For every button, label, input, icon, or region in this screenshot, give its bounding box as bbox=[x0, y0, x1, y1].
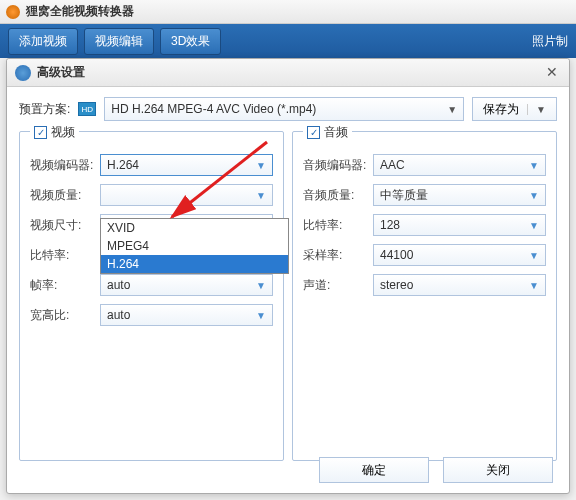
app-title: 狸窝全能视频转换器 bbox=[26, 3, 134, 20]
chevron-down-icon: ▼ bbox=[529, 160, 539, 171]
audio-quality-select[interactable]: 中等质量 ▼ bbox=[373, 184, 546, 206]
video-fps-select[interactable]: auto ▼ bbox=[100, 274, 273, 296]
audio-panel-title: 音频 bbox=[324, 124, 348, 141]
video-encoder-select[interactable]: H.264 ▼ bbox=[100, 154, 273, 176]
chevron-down-icon: ▼ bbox=[256, 160, 266, 171]
audio-bitrate-value: 128 bbox=[380, 218, 529, 232]
video-bitrate-label: 比特率: bbox=[30, 247, 100, 264]
video-panel: ✓ 视频 视频编码器: H.264 ▼ 视频质量: ▼ 视频尺寸: bbox=[19, 131, 284, 461]
audio-channel-select[interactable]: stereo ▼ bbox=[373, 274, 546, 296]
audio-encoder-select[interactable]: AAC ▼ bbox=[373, 154, 546, 176]
preset-label: 预置方案: bbox=[19, 101, 70, 118]
hd-badge-icon: HD bbox=[78, 102, 96, 116]
audio-encoder-label: 音频编码器: bbox=[303, 157, 373, 174]
app-logo-icon bbox=[6, 5, 20, 19]
video-encoder-dropdown[interactable]: XVID MPEG4 H.264 bbox=[100, 218, 289, 274]
chevron-down-icon: ▼ bbox=[529, 250, 539, 261]
preset-value: HD H.264 MPEG-4 AVC Video (*.mp4) bbox=[111, 102, 447, 116]
preset-select[interactable]: HD H.264 MPEG-4 AVC Video (*.mp4) ▼ bbox=[104, 97, 464, 121]
save-as-button[interactable]: 保存为 ▼ bbox=[472, 97, 557, 121]
dialog-title: 高级设置 bbox=[37, 64, 543, 81]
video-edit-button[interactable]: 视频编辑 bbox=[84, 28, 154, 55]
encoder-option-xvid[interactable]: XVID bbox=[101, 219, 288, 237]
video-aspect-label: 宽高比: bbox=[30, 307, 100, 324]
video-panel-title: 视频 bbox=[51, 124, 75, 141]
video-encoder-label: 视频编码器: bbox=[30, 157, 100, 174]
audio-samplerate-select[interactable]: 44100 ▼ bbox=[373, 244, 546, 266]
audio-bitrate-label: 比特率: bbox=[303, 217, 373, 234]
audio-quality-label: 音频质量: bbox=[303, 187, 373, 204]
audio-bitrate-select[interactable]: 128 ▼ bbox=[373, 214, 546, 236]
ok-button[interactable]: 确定 bbox=[319, 457, 429, 483]
chevron-down-icon: ▼ bbox=[529, 280, 539, 291]
audio-panel: ✓ 音频 音频编码器: AAC ▼ 音频质量: 中等质量 ▼ 比特率: bbox=[292, 131, 557, 461]
add-video-button[interactable]: 添加视频 bbox=[8, 28, 78, 55]
video-quality-label: 视频质量: bbox=[30, 187, 100, 204]
dialog-header: 高级设置 ✕ bbox=[7, 59, 569, 87]
chevron-down-icon: ▼ bbox=[529, 220, 539, 231]
encoder-option-h264[interactable]: H.264 bbox=[101, 255, 288, 273]
3d-effect-button[interactable]: 3D效果 bbox=[160, 28, 221, 55]
photo-tab[interactable]: 照片制 bbox=[532, 33, 568, 50]
chevron-down-icon: ▼ bbox=[256, 190, 266, 201]
chevron-down-icon: ▼ bbox=[527, 104, 546, 115]
close-icon[interactable]: ✕ bbox=[543, 64, 561, 82]
audio-samplerate-label: 采样率: bbox=[303, 247, 373, 264]
video-encoder-value: H.264 bbox=[107, 158, 256, 172]
gear-icon bbox=[15, 65, 31, 81]
audio-quality-value: 中等质量 bbox=[380, 187, 529, 204]
video-quality-select[interactable]: ▼ bbox=[100, 184, 273, 206]
audio-channel-value: stereo bbox=[380, 278, 529, 292]
chevron-down-icon: ▼ bbox=[256, 310, 266, 321]
advanced-settings-dialog: 高级设置 ✕ 预置方案: HD HD H.264 MPEG-4 AVC Vide… bbox=[6, 58, 570, 494]
chevron-down-icon: ▼ bbox=[256, 280, 266, 291]
preset-row: 预置方案: HD HD H.264 MPEG-4 AVC Video (*.mp… bbox=[7, 87, 569, 131]
audio-checkbox[interactable]: ✓ bbox=[307, 126, 320, 139]
audio-encoder-value: AAC bbox=[380, 158, 529, 172]
dialog-footer: 确定 关闭 bbox=[319, 457, 553, 483]
encoder-option-mpeg4[interactable]: MPEG4 bbox=[101, 237, 288, 255]
main-toolbar: 添加视频 视频编辑 3D效果 照片制 bbox=[0, 24, 576, 58]
video-size-label: 视频尺寸: bbox=[30, 217, 100, 234]
chevron-down-icon: ▼ bbox=[529, 190, 539, 201]
video-fps-label: 帧率: bbox=[30, 277, 100, 294]
video-aspect-value: auto bbox=[107, 308, 256, 322]
audio-samplerate-value: 44100 bbox=[380, 248, 529, 262]
audio-channel-label: 声道: bbox=[303, 277, 373, 294]
video-fps-value: auto bbox=[107, 278, 256, 292]
close-button[interactable]: 关闭 bbox=[443, 457, 553, 483]
save-as-label: 保存为 bbox=[483, 101, 519, 118]
app-titlebar: 狸窝全能视频转换器 bbox=[0, 0, 576, 24]
chevron-down-icon: ▼ bbox=[447, 104, 457, 115]
video-aspect-select[interactable]: auto ▼ bbox=[100, 304, 273, 326]
video-checkbox[interactable]: ✓ bbox=[34, 126, 47, 139]
